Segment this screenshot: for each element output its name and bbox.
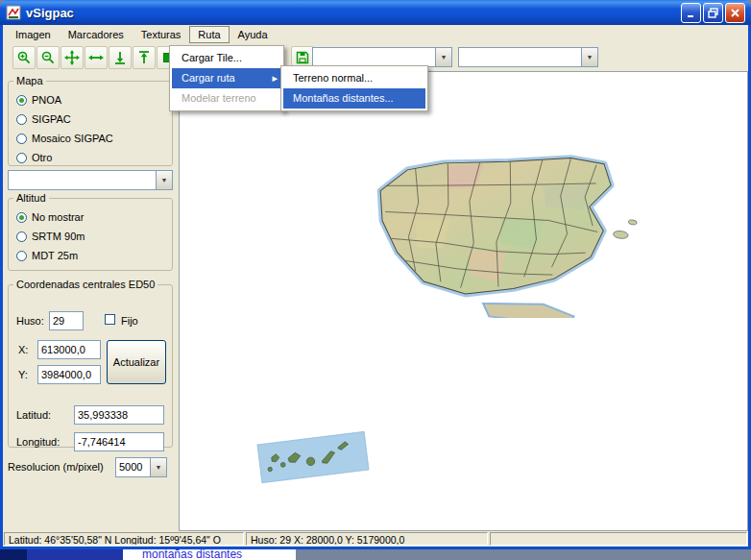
radio-label: No mostrar (32, 211, 84, 223)
cargar-ruta-submenu: Terreno normal... Montañas distantes... (280, 65, 428, 111)
zoom-in-icon (16, 50, 32, 65)
toolbar-combo-2-value (459, 48, 581, 66)
radio-dot-icon (16, 251, 27, 261)
statusbar: Latitud: 46°35'50,58" N Longitud: 15º9'4… (3, 531, 748, 547)
radio-label: Mosaico SIGPAC (32, 133, 113, 144)
menu-marcadores[interactable]: Marcadores (60, 26, 133, 43)
status-huso-xy: Huso: 29 X: 28000,0 Y: 5179000,0 (246, 532, 488, 546)
menu-ruta[interactable]: Ruta (189, 26, 229, 43)
fijo-checkbox[interactable] (105, 314, 115, 325)
toolbar-combo-1-value (313, 48, 435, 66)
map-tile-canary-islands (256, 429, 370, 485)
radio-label: SRTM 90m (32, 231, 85, 242)
toolbar-combo-1[interactable] (312, 47, 452, 67)
ruta-menu-popup: Cargar Tile... Cargar ruta Modelar terre… (169, 45, 284, 111)
coordenadas-group: Coordenadas centrales ED50 Huso: Fijo X:… (8, 279, 173, 448)
radio-pnoa[interactable]: PNOA (16, 90, 164, 110)
resolucion-combo-value: 5000 (116, 458, 150, 476)
radio-mdt-25m[interactable]: MDT 25m (16, 246, 164, 265)
y-label: Y: (18, 369, 28, 380)
app-window: vSigpac Imagen Marcadores Texturas (0, 0, 751, 549)
background-window-text-area: montañas distantes (123, 549, 296, 560)
zoom-in-button[interactable] (12, 46, 36, 69)
window-border (0, 547, 751, 549)
dropdown-arrow-icon[interactable] (435, 48, 451, 66)
map-source-combo-value (9, 171, 156, 189)
titlebar[interactable]: vSigpac (0, 0, 751, 25)
radio-label: MDT 25m (32, 250, 78, 261)
horizontal-arrows-icon (88, 50, 104, 65)
background-window-text: montañas distantes (142, 549, 242, 560)
menu-item-cargar-tile[interactable]: Cargar Tile... (172, 48, 281, 68)
move-down-button[interactable] (109, 46, 132, 69)
radio-otro[interactable]: Otro (16, 148, 164, 167)
zoom-out-button[interactable] (36, 46, 60, 69)
longitud-label: Longitud: (16, 436, 60, 448)
radio-dot-icon (16, 231, 27, 242)
close-button[interactable] (725, 3, 745, 23)
window-title: vSigpac (26, 6, 681, 20)
resolucion-label: Resolucion (m/pixel) (8, 461, 104, 473)
menu-item-terreno-normal[interactable]: Terreno normal... (283, 68, 425, 88)
coordenadas-group-title: Coordenadas centrales ED50 (13, 279, 157, 290)
resolucion-combo[interactable]: 5000 (115, 457, 167, 477)
menu-item-label: Cargar ruta (182, 72, 235, 84)
radio-dot-icon (16, 134, 27, 144)
dropdown-arrow-icon[interactable] (150, 458, 166, 476)
dropdown-arrow-icon[interactable] (581, 48, 597, 66)
background-window-fragment (0, 549, 27, 560)
maximize-button[interactable] (703, 3, 723, 23)
map-viewport[interactable] (179, 71, 748, 531)
radio-dot-icon (16, 95, 27, 106)
menu-item-cargar-ruta[interactable]: Cargar ruta (172, 68, 281, 88)
menubar: Imagen Marcadores Texturas Ruta Ayuda (3, 25, 748, 44)
background-window-fragment (27, 549, 123, 560)
menu-item-montanas-distantes[interactable]: Montañas distantes... (283, 88, 425, 109)
y-input[interactable] (37, 365, 101, 384)
menu-texturas[interactable]: Texturas (133, 26, 190, 43)
floppy-icon (295, 50, 310, 65)
background-window-fragment (296, 549, 751, 560)
mapa-group: Mapa PNOA SIGPAC Mosaico SIGPAC Otro (8, 75, 173, 166)
radio-srtm-90m[interactable]: SRTM 90m (16, 227, 164, 246)
arrow-down-icon (112, 50, 128, 65)
status-latlon: Latitud: 46°35'50,58" N Longitud: 15º9'4… (4, 532, 244, 546)
move-up-button[interactable] (133, 46, 156, 69)
radio-sigpac[interactable]: SIGPAC (16, 110, 164, 129)
map-source-combo[interactable] (8, 170, 173, 190)
altitud-group-title: Altitud (13, 192, 49, 204)
arrow-up-icon (136, 50, 152, 65)
radio-no-mostrar[interactable]: No mostrar (16, 207, 164, 227)
huso-input[interactable] (49, 311, 84, 330)
radio-dot-icon (16, 153, 27, 163)
map-tile-spain (360, 134, 641, 318)
radio-label: Otro (32, 152, 52, 163)
radio-label: SIGPAC (32, 113, 71, 125)
radio-dot-icon (16, 114, 27, 125)
pan-button[interactable] (61, 46, 84, 69)
pan-icon (64, 50, 80, 65)
status-empty (490, 532, 747, 546)
radio-mosaico-sigpac[interactable]: Mosaico SIGPAC (16, 129, 164, 148)
latitud-label: Latitud: (16, 409, 51, 421)
fit-horizontal-button[interactable] (85, 46, 108, 69)
minimize-button[interactable] (681, 3, 701, 23)
radio-label: PNOA (32, 94, 61, 106)
background-window-strip: montañas distantes (0, 549, 751, 560)
submenu-arrow-icon (272, 68, 278, 88)
menu-imagen[interactable]: Imagen (7, 26, 60, 43)
altitud-group: Altitud No mostrar SRTM 90m MDT 25m (8, 192, 173, 271)
menu-ayuda[interactable]: Ayuda (230, 26, 277, 43)
dropdown-arrow-icon[interactable] (156, 171, 172, 189)
x-label: X: (18, 344, 28, 355)
mapa-group-title: Mapa (13, 75, 46, 86)
radio-dot-icon (16, 212, 27, 223)
longitud-input[interactable] (74, 432, 164, 451)
x-input[interactable] (37, 340, 101, 359)
latitud-input[interactable] (74, 405, 164, 425)
huso-label: Huso: (16, 315, 44, 327)
menu-item-modelar-terreno: Modelar terreno (172, 88, 281, 109)
actualizar-button[interactable]: Actualizar (107, 340, 166, 384)
toolbar-combo-2[interactable] (458, 47, 598, 67)
zoom-out-icon (40, 50, 56, 65)
